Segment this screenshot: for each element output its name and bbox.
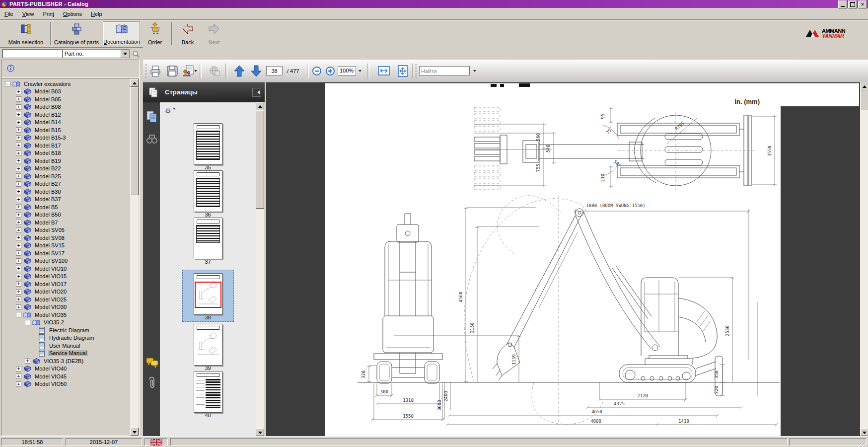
tree-expander[interactable]: + xyxy=(16,227,21,233)
zoom-level-value[interactable]: 100% xyxy=(338,66,356,75)
scroll-up-button[interactable] xyxy=(256,102,264,110)
tree-item[interactable]: + Model B15-3 xyxy=(2,134,129,142)
tree-expander[interactable]: + xyxy=(16,381,21,387)
tree-item[interactable]: + Model VIO40 xyxy=(2,365,129,373)
close-button[interactable]: ✕ xyxy=(858,0,867,8)
maximize-button[interactable] xyxy=(848,0,857,8)
tree-expander[interactable]: + xyxy=(16,235,21,240)
tree-expander[interactable]: + xyxy=(16,266,21,271)
tree-expander[interactable]: + xyxy=(16,150,21,156)
tree-expander[interactable]: + xyxy=(16,173,21,179)
find-input[interactable] xyxy=(419,66,470,75)
tree-item[interactable]: - Model VIO35 xyxy=(2,311,129,319)
toolbar-button[interactable]: Catalogue of parts xyxy=(52,21,101,45)
menu-item[interactable]: Options xyxy=(59,9,86,18)
tree-item[interactable]: Service Manual xyxy=(2,350,129,358)
tree-item[interactable]: + Model B5 xyxy=(2,203,129,211)
search-icon[interactable] xyxy=(132,50,140,58)
tree-item[interactable]: + Model SV17 xyxy=(2,249,129,257)
tree-expander[interactable]: + xyxy=(16,112,21,117)
tree-expander[interactable]: + xyxy=(16,135,21,141)
tree-item[interactable]: + Model VIO10 xyxy=(2,265,129,273)
scrollbar-thumb[interactable] xyxy=(256,110,264,209)
toolbar-button[interactable]: Main selection xyxy=(2,21,50,45)
page-thumbnail[interactable]: 37 xyxy=(194,218,222,265)
tree-item[interactable]: + Model B14 xyxy=(2,119,129,127)
previous-page-icon[interactable] xyxy=(233,65,245,77)
tree-item[interactable]: + VIO35-3 (DE2B) xyxy=(2,357,129,365)
menu-item[interactable]: Help xyxy=(86,9,107,18)
page-number-input[interactable] xyxy=(266,66,283,75)
tree-item[interactable]: + Model B12 xyxy=(2,111,129,119)
tree-expander[interactable]: + xyxy=(16,304,21,310)
page-thumbnail[interactable]: 35 xyxy=(194,123,222,170)
toolbar-button[interactable]: Back xyxy=(174,21,202,45)
tree-item[interactable]: + Model B18 xyxy=(2,149,129,157)
scrollbar-thumb[interactable] xyxy=(130,87,139,195)
comments-icon[interactable] xyxy=(146,357,159,369)
tree-item[interactable]: + Model B30 xyxy=(2,188,129,196)
page-thumbnail[interactable]: 40 xyxy=(194,371,222,418)
menu-item[interactable]: File xyxy=(0,9,18,18)
language-flag-cell[interactable] xyxy=(145,438,168,446)
tree-item[interactable]: + Model SV05 xyxy=(2,226,129,234)
tree-item[interactable]: + Model B03 xyxy=(2,88,129,96)
print-icon[interactable] xyxy=(149,65,162,77)
tree-expander[interactable]: + xyxy=(16,189,21,194)
tree-item[interactable]: + Model B27 xyxy=(2,180,129,188)
tree-expander[interactable]: + xyxy=(16,366,21,372)
combo-dropdown-arrow[interactable] xyxy=(121,50,129,58)
page-thumbnail[interactable]: 39 xyxy=(194,324,222,371)
tree-expander[interactable]: + xyxy=(16,289,21,295)
toolbar-button[interactable]: Next xyxy=(202,21,226,45)
attachments-paperclip-icon[interactable] xyxy=(146,376,157,391)
tree-item[interactable]: Hydraulic Diagram xyxy=(2,334,129,342)
tree-item[interactable]: + Model B25 xyxy=(2,172,129,180)
tree-expander[interactable]: + xyxy=(16,258,21,264)
tree-expander[interactable]: + xyxy=(16,120,21,125)
menu-item[interactable]: View xyxy=(18,9,39,18)
tree-expander[interactable]: + xyxy=(16,143,21,148)
page-thumbnail[interactable]: 36 xyxy=(194,170,222,218)
find-dropdown-arrow[interactable] xyxy=(472,66,478,75)
collaborate-dropdown-arrow[interactable] xyxy=(193,66,199,75)
tree-item[interactable]: + Model B37 xyxy=(2,196,129,204)
tree-expander[interactable]: + xyxy=(16,297,21,302)
search-binoculars-icon[interactable] xyxy=(146,133,158,145)
page-thumbnails-icon[interactable] xyxy=(146,110,158,123)
tree-expander[interactable]: + xyxy=(16,89,21,94)
tree-expander[interactable]: + xyxy=(16,243,21,248)
tree-expander[interactable]: + xyxy=(16,204,21,210)
tree-item[interactable]: + Model B19 xyxy=(2,157,129,165)
zoom-dropdown-arrow[interactable] xyxy=(357,66,363,75)
tree-expander[interactable]: + xyxy=(16,212,21,218)
toolbar-button[interactable]: Documentation xyxy=(103,21,140,45)
document-scrollbar[interactable] xyxy=(860,82,868,436)
tree-item[interactable]: User Manual xyxy=(2,342,129,350)
tree-item[interactable]: + Model VIO50 xyxy=(2,380,129,388)
tree-expander[interactable]: + xyxy=(16,250,21,256)
tree-expander[interactable]: + xyxy=(16,104,21,110)
tree-item[interactable]: + Model B08 xyxy=(2,103,129,111)
scroll-down-button[interactable] xyxy=(860,428,868,436)
tree-expander[interactable]: + xyxy=(16,220,21,225)
tree-item[interactable]: - VIO35-2 xyxy=(2,319,129,327)
tree-expander[interactable]: + xyxy=(16,274,21,279)
tree-item[interactable]: + Model B17 xyxy=(2,142,129,149)
panel-collapse-button[interactable] xyxy=(252,88,261,97)
tree-expander[interactable]: - xyxy=(25,320,30,325)
info-icon[interactable] xyxy=(7,65,14,72)
tree-expander[interactable]: + xyxy=(25,358,30,364)
tree-item[interactable]: + Model B05 xyxy=(2,95,129,103)
tree-expander[interactable]: + xyxy=(16,181,21,187)
tree-item[interactable]: + Model SV100 xyxy=(2,257,129,265)
search-category-combo[interactable]: Part no. xyxy=(63,49,130,58)
tree-expander[interactable]: + xyxy=(16,158,21,163)
tree-scrollbar[interactable] xyxy=(130,79,139,436)
tree-item[interactable]: + Model VIO20 xyxy=(2,288,129,296)
tree-expander[interactable]: + xyxy=(16,166,21,171)
tree-expander[interactable]: - xyxy=(16,312,21,317)
tree-item[interactable]: + Model SV08 xyxy=(2,234,129,242)
resize-grip[interactable] xyxy=(859,443,866,447)
scroll-up-button[interactable] xyxy=(860,82,868,90)
